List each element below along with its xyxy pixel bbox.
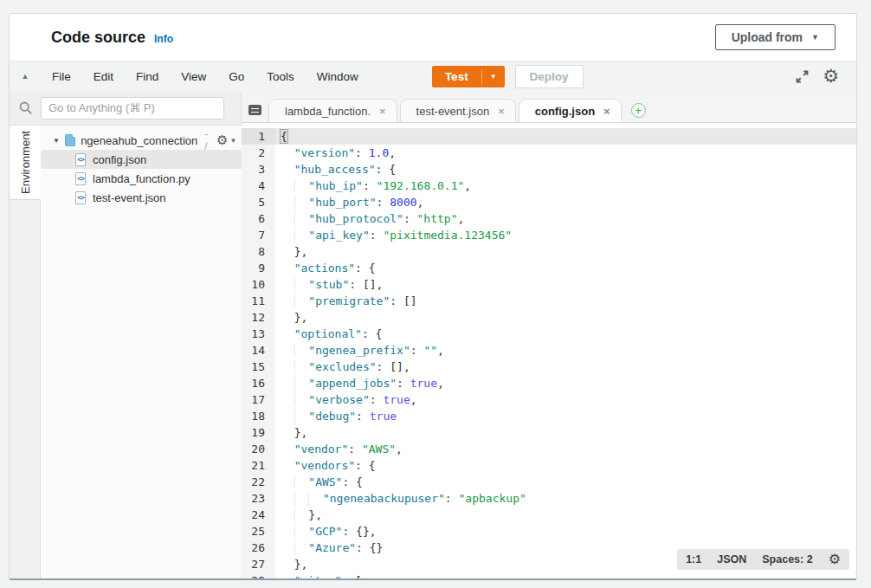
status-gear-icon[interactable]: ⚙ bbox=[829, 552, 841, 566]
code-line: 22 "AWS": { bbox=[242, 474, 856, 490]
code-source-panel: Code source Info Upload from ▼ ▲ FileEdi… bbox=[9, 13, 857, 580]
line-number: 17 bbox=[242, 391, 275, 408]
code-text: "hub_access": { bbox=[275, 161, 396, 178]
token: "GCP" bbox=[308, 525, 342, 538]
deploy-button[interactable]: Deploy bbox=[515, 65, 584, 88]
status-language[interactable]: JSON bbox=[717, 553, 746, 565]
code-line: 14 "ngenea_prefix": "", bbox=[242, 342, 856, 359]
token: : { bbox=[362, 327, 382, 340]
token: , bbox=[410, 393, 417, 406]
file-icon: <> bbox=[75, 153, 86, 166]
token: "http" bbox=[417, 212, 458, 225]
line-number: 21 bbox=[242, 457, 275, 474]
tree-disclosure-icon[interactable]: ▼ bbox=[53, 137, 60, 145]
token: : { bbox=[342, 475, 362, 488]
tab-close-icon[interactable]: × bbox=[498, 105, 505, 118]
tab-list-icon[interactable] bbox=[248, 105, 261, 115]
tab-label: config.json bbox=[535, 105, 595, 118]
code-text: "hub_protocol": "http", bbox=[275, 210, 464, 227]
editor-tabs: lambda_function.×test-event.json×config.… bbox=[268, 99, 624, 122]
indent bbox=[294, 377, 309, 390]
settings-gear-icon[interactable]: ⚙ bbox=[823, 68, 839, 86]
indent bbox=[281, 163, 294, 176]
menu-item-window[interactable]: Window bbox=[306, 65, 370, 88]
token: : [] bbox=[390, 294, 416, 307]
indent bbox=[294, 393, 309, 406]
editor-tab-config-json[interactable]: config.json× bbox=[519, 99, 622, 122]
token: "AWS" bbox=[362, 443, 396, 456]
token: "apbackup" bbox=[459, 492, 526, 505]
test-dropdown-arrow-icon[interactable]: ▼ bbox=[482, 66, 505, 87]
code-editor[interactable]: 1{2 "version": 1.0,3 "hub_access": {4 "h… bbox=[242, 123, 856, 578]
collapse-panel-icon[interactable]: ▲ bbox=[10, 72, 41, 81]
menu-item-view[interactable]: View bbox=[170, 65, 217, 88]
tree-folder-row[interactable]: ▼ ngeneahub_connection - / ⚙ ▼ bbox=[41, 131, 248, 150]
go-to-anything-input[interactable] bbox=[41, 97, 224, 120]
code-text: "hub_port": 8000, bbox=[275, 194, 423, 210]
line-number: 24 bbox=[242, 507, 275, 523]
token: "vendor" bbox=[294, 443, 349, 456]
file-tree: ▼ ngeneahub_connection - / ⚙ ▼ <>config.… bbox=[41, 126, 248, 578]
left-body: Environment ▼ ngeneahub_connection - / ⚙… bbox=[10, 126, 241, 578]
tree-file-item[interactable]: <>test-event.json bbox=[41, 188, 248, 207]
fullscreen-icon[interactable] bbox=[795, 69, 810, 84]
token: : bbox=[356, 410, 370, 423]
new-tab-button[interactable]: + bbox=[631, 103, 646, 118]
menu-item-go[interactable]: Go bbox=[217, 65, 255, 88]
menu-item-tools[interactable]: Tools bbox=[255, 65, 306, 88]
indent bbox=[294, 410, 309, 423]
indent bbox=[281, 179, 294, 192]
info-link[interactable]: Info bbox=[154, 33, 173, 45]
code-text: "GCP": {}, bbox=[275, 523, 377, 540]
indent bbox=[281, 410, 294, 423]
code-text: "excludes": [], bbox=[275, 359, 410, 375]
tree-settings-button[interactable]: ⚙ ▼ bbox=[216, 134, 236, 147]
code-text: "ngenea_prefix": "", bbox=[275, 342, 444, 359]
code-text: "debug": true bbox=[275, 408, 397, 424]
code-line: 5 "hub_port": 8000, bbox=[242, 194, 856, 210]
upload-from-button[interactable]: Upload from ▼ bbox=[715, 24, 836, 50]
line-number: 7 bbox=[242, 227, 275, 243]
editor-tab-test-event-json[interactable]: test-event.json× bbox=[400, 99, 516, 122]
indent bbox=[281, 558, 294, 571]
token: : {}, bbox=[342, 525, 376, 538]
token: "append_jobs" bbox=[308, 377, 397, 390]
indent bbox=[281, 426, 294, 439]
line-number: 16 bbox=[242, 375, 275, 391]
token: "hub_ip" bbox=[308, 179, 363, 192]
tab-close-icon[interactable]: × bbox=[379, 105, 386, 118]
code-line: 21 "vendors": { bbox=[242, 457, 856, 474]
token: : { bbox=[355, 459, 375, 472]
indent bbox=[281, 508, 294, 521]
menu-item-find[interactable]: Find bbox=[125, 65, 170, 88]
test-button[interactable]: Test ▼ bbox=[432, 66, 505, 87]
token: : bbox=[403, 212, 417, 225]
menu-item-edit[interactable]: Edit bbox=[82, 65, 125, 88]
code-text: "hub_ip": "192.168.0.1", bbox=[275, 178, 471, 194]
code-line: 23 "ngeneabackupuser": "apbackup" bbox=[242, 490, 856, 507]
page-title: Code source bbox=[51, 29, 145, 47]
token: "verbose" bbox=[308, 393, 369, 406]
token: true bbox=[370, 410, 397, 423]
editor-tab-lambda-function[interactable]: lambda_function.× bbox=[268, 99, 397, 122]
menu: FileEditFindViewGoToolsWindow bbox=[41, 65, 370, 88]
token: : {} bbox=[356, 541, 383, 554]
token: "api_key" bbox=[308, 229, 369, 242]
tree-file-item[interactable]: <>lambda_function.py bbox=[41, 169, 248, 188]
status-indent[interactable]: Spaces: 2 bbox=[762, 553, 812, 565]
environment-tab[interactable]: Environment bbox=[10, 126, 41, 200]
dropdown-arrow-icon: ▼ bbox=[811, 33, 819, 42]
folder-icon bbox=[65, 137, 75, 146]
tab-close-icon[interactable]: × bbox=[603, 105, 610, 118]
line-number: 11 bbox=[242, 293, 275, 309]
search-icon bbox=[10, 100, 41, 115]
token: "debug" bbox=[308, 410, 356, 423]
line-number: 19 bbox=[242, 424, 275, 441]
token: 8000 bbox=[390, 196, 416, 209]
tree-file-item[interactable]: <>config.json bbox=[41, 150, 247, 169]
token: , bbox=[437, 377, 444, 390]
menu-item-file[interactable]: File bbox=[41, 65, 82, 88]
code-text: "sites": [ bbox=[275, 572, 362, 578]
status-cursor-position[interactable]: 1:1 bbox=[686, 553, 701, 565]
token: : bbox=[363, 179, 377, 192]
